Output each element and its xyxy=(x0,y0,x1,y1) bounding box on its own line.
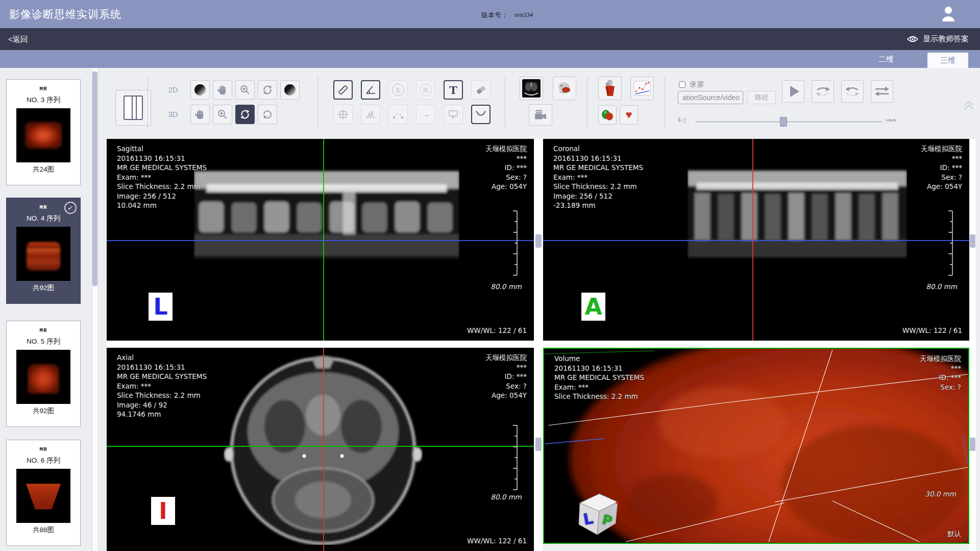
text-annotation-button[interactable]: T xyxy=(444,80,463,100)
scale-ruler xyxy=(947,210,954,276)
record-screen-label[interactable]: 录屏 xyxy=(690,80,704,89)
slider-step-forward-icon[interactable]: ⇒⇒ xyxy=(885,115,895,125)
organs-icon xyxy=(601,108,614,122)
dicom-overlay-left: Axial20161130 16:15:31 MR GE MEDICAL SYS… xyxy=(117,353,207,419)
tab-2d[interactable]: 二维 xyxy=(863,50,910,68)
angle-icon xyxy=(364,84,377,96)
wwwl-button[interactable] xyxy=(190,80,210,100)
knee-preset-button[interactable] xyxy=(598,77,622,100)
lung-preset-button[interactable] xyxy=(520,77,543,100)
bidirectional-arrows-icon xyxy=(874,85,890,98)
zoom-2d-button[interactable] xyxy=(235,80,255,100)
locate-crosshair-button[interactable] xyxy=(333,105,353,124)
right-scroll-strip[interactable] xyxy=(969,139,976,551)
ruler-icon xyxy=(337,84,349,96)
loop-backward-button[interactable] xyxy=(841,80,864,103)
splitter-handle[interactable] xyxy=(970,438,975,451)
profile-curve-button[interactable] xyxy=(361,105,380,124)
rotate-3d-button-active[interactable] xyxy=(235,105,255,124)
series-card-6[interactable]: MR NO. 6 序列 共88图 xyxy=(6,440,81,546)
heart-icon: ♥ xyxy=(625,109,632,121)
splitter-handle[interactable] xyxy=(535,438,542,451)
wwwl-icon xyxy=(194,84,206,95)
dicom-overlay-right: 天堰模拟医院*** ID: ***Sex: ? xyxy=(920,354,961,392)
path-plan-button[interactable] xyxy=(630,77,654,100)
toolbar-divider xyxy=(317,77,318,128)
series-sidebar: MR NO. 3 序列 共24图 ✓ MR NO. 4 序列 共92图 MR N… xyxy=(0,68,98,551)
viewport-sagittal[interactable]: Sagittal20161130 16:15:31 MR GE MEDICAL … xyxy=(107,139,534,341)
cobb-arc-icon xyxy=(475,109,486,120)
series-image-count: 共88图 xyxy=(7,525,80,535)
user-avatar-icon[interactable] xyxy=(941,6,956,22)
back-button[interactable]: <返回 xyxy=(8,28,28,50)
orientation-cube[interactable]: L P xyxy=(571,488,622,537)
record-screen-checkbox[interactable] xyxy=(679,81,685,88)
orientation-letter-L: L xyxy=(149,293,173,321)
angle-measure-button[interactable] xyxy=(361,80,380,100)
comment-button[interactable] xyxy=(444,105,463,124)
show-teacher-answer-button[interactable]: 显示教师答案 xyxy=(906,28,969,50)
main-roi-button[interactable]: 主 xyxy=(388,80,408,100)
cobb-angle-button[interactable] xyxy=(471,105,491,124)
dicom-overlay-right: 天堰模拟医院*** ID: ***Sex: ? Age: 054Y xyxy=(921,144,962,191)
series-card-5[interactable]: MR NO. 5 序列 共92图 xyxy=(6,321,81,427)
ruler-measure-button[interactable] xyxy=(333,80,353,100)
series-name: NO. 6 序列 xyxy=(7,456,80,465)
frame-slider-handle[interactable] xyxy=(780,117,787,127)
loop-forward-button[interactable] xyxy=(812,80,834,103)
series-card-3[interactable]: MR NO. 3 序列 共24图 xyxy=(6,79,81,185)
heart-preset-button[interactable]: ♥ xyxy=(620,105,638,125)
skull-preset-button[interactable] xyxy=(553,77,576,100)
slider-step-back-icon[interactable]: ‖◁ xyxy=(678,116,685,124)
loop-forward-icon xyxy=(815,85,830,98)
loop-bounce-button[interactable] xyxy=(871,80,893,103)
series-image-count: 共24图 xyxy=(7,165,80,174)
viewport-axial[interactable]: Axial20161130 16:15:31 MR GE MEDICAL SYS… xyxy=(107,348,534,551)
trajectory-icon xyxy=(633,79,651,98)
volume-preset-label[interactable]: 默认 xyxy=(947,530,961,539)
series-name: NO. 4 序列 xyxy=(7,214,80,223)
series-card-4-selected[interactable]: ✓ MR NO. 4 序列 共92图 xyxy=(6,198,81,304)
dicom-overlay-left: Sagittal20161130 16:15:31 MR GE MEDICAL … xyxy=(117,144,207,210)
comment-bubble-icon xyxy=(448,109,459,120)
splitter-handle[interactable] xyxy=(970,234,975,248)
play-button[interactable] xyxy=(782,80,804,103)
text-tool-icon: T xyxy=(449,83,457,97)
sagittal-mr-image xyxy=(194,162,459,279)
record-video-button[interactable] xyxy=(529,104,552,126)
organs-preset-button[interactable] xyxy=(598,105,617,125)
eraser-icon xyxy=(475,84,487,96)
secondary-roi-button[interactable]: 次 xyxy=(416,80,435,100)
spline-button[interactable] xyxy=(388,105,408,124)
reset-rotation-button[interactable] xyxy=(258,105,277,124)
series-modality: MR xyxy=(7,86,80,92)
crosshair-horizontal-blue xyxy=(543,240,969,241)
video-path-input[interactable] xyxy=(678,91,743,104)
mode-3d-label: 3D xyxy=(164,110,182,118)
path-button-disabled[interactable]: 路径 xyxy=(747,91,776,104)
dicom-overlay-left: Volume20161130 16:15:31 MR GE MEDICAL SY… xyxy=(554,354,644,401)
rotate-2d-button[interactable] xyxy=(258,80,277,100)
crosshair-vertical-red xyxy=(323,348,324,551)
arrow-annotation-button[interactable]: → xyxy=(416,105,435,124)
frame-slider-track[interactable] xyxy=(695,121,882,123)
vertical-splitter[interactable] xyxy=(534,139,543,551)
version-value: svn334 xyxy=(514,11,533,19)
splitter-handle[interactable] xyxy=(535,234,542,248)
toolbar-divider xyxy=(505,77,505,128)
sidebar-scrollbar-thumb[interactable] xyxy=(92,71,97,286)
pan-2d-button[interactable] xyxy=(213,80,232,100)
secondary-roi-icon: 次 xyxy=(420,84,432,96)
series-name: NO. 5 序列 xyxy=(7,337,80,346)
wwwl-reset-button[interactable]: c xyxy=(280,80,300,100)
tab-3d-active[interactable]: 三维 xyxy=(927,53,968,68)
collapse-toolbar-icon[interactable] xyxy=(963,100,975,110)
zoom-3d-button[interactable] xyxy=(213,105,232,124)
eraser-button[interactable] xyxy=(471,80,491,100)
series-thumbnail xyxy=(16,350,70,404)
scale-label: 80.0 mm xyxy=(491,493,522,501)
pan-3d-button[interactable] xyxy=(190,105,210,124)
layout-button[interactable] xyxy=(115,90,151,126)
viewport-coronal[interactable]: Coronal20161130 16:15:31 MR GE MEDICAL S… xyxy=(543,139,969,341)
viewport-volume-3d-selected[interactable]: L P Volume20161130 16:15:31 MR GE MEDICA… xyxy=(543,348,969,544)
